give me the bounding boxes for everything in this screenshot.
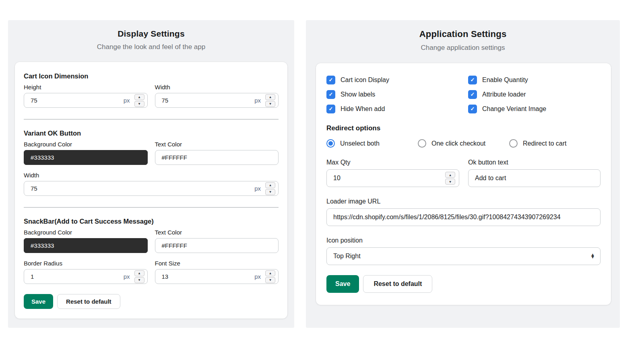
- snackbar-heading: SnackBar(Add to Cart Success Message): [24, 218, 279, 225]
- stepper-up-icon[interactable]: ▲: [265, 94, 275, 100]
- radio-unselected-icon[interactable]: [418, 139, 426, 148]
- px-unit-label: px: [254, 97, 261, 104]
- max-qty-input[interactable]: 10 ▲ ▼: [326, 169, 459, 187]
- stepper-down-icon[interactable]: ▼: [134, 101, 144, 107]
- reset-to-default-button[interactable]: Reset to default: [57, 294, 120, 309]
- variant-text-color-input[interactable]: #FFFFFF: [155, 150, 279, 165]
- application-settings-card: ✓ Cart icon Display ✓ Enable Quantity ✓ …: [316, 63, 611, 305]
- width-label: Width: [155, 84, 279, 90]
- redirect-options-heading: Redirect options: [326, 124, 601, 132]
- loader-image-url-input[interactable]: https://cdn.shopify.com/s/files/1/2086/8…: [326, 208, 601, 226]
- snackbar-text-color-label: Text Color: [155, 229, 279, 236]
- stepper-down-icon[interactable]: ▼: [134, 277, 144, 283]
- reset-to-default-button[interactable]: Reset to default: [363, 275, 432, 293]
- radio-label: One click checkout: [431, 140, 485, 147]
- stepper-down-icon[interactable]: ▼: [445, 179, 455, 185]
- checkbox-checked-icon[interactable]: ✓: [468, 105, 477, 113]
- variant-background-color-value: #333333: [31, 154, 144, 161]
- font-size-value: 13: [162, 273, 255, 280]
- display-settings-panel: Display Settings Change the look and fee…: [8, 20, 294, 328]
- redirect-options-group: Unselect both One click checkout Redirec…: [326, 139, 601, 148]
- border-radius-input[interactable]: 1 px ▲ ▼: [24, 269, 148, 284]
- checkbox-enable-quantity[interactable]: ✓ Enable Quantity: [468, 75, 601, 84]
- px-unit-label: px: [124, 273, 130, 280]
- radio-one-click-checkout[interactable]: One click checkout: [418, 139, 509, 148]
- loader-image-url-label: Loader image URL: [326, 198, 601, 205]
- checkbox-label: Attribute loader: [482, 91, 526, 98]
- checkbox-change-veriant-image[interactable]: ✓ Change Veriant Image: [468, 104, 601, 113]
- checkbox-checked-icon[interactable]: ✓: [326, 90, 335, 99]
- radio-unselected-icon[interactable]: [509, 139, 518, 148]
- section-divider: [24, 207, 279, 208]
- checkbox-show-labels[interactable]: ✓ Show labels: [326, 90, 468, 99]
- cart-icon-dimension-heading: Cart Icon Dimension: [24, 72, 279, 80]
- page-title: Display Settings: [8, 29, 294, 39]
- checkbox-cart-icon-display[interactable]: ✓ Cart icon Display: [326, 75, 468, 84]
- max-qty-value: 10: [333, 175, 445, 182]
- background-color-label: Background Color: [24, 141, 148, 148]
- border-radius-label: Border Radius: [24, 260, 148, 267]
- snackbar-background-color-input[interactable]: #333333: [24, 238, 148, 253]
- checkbox-checked-icon[interactable]: ✓: [468, 76, 477, 84]
- save-button[interactable]: Save: [326, 275, 359, 293]
- section-divider: [24, 119, 279, 119]
- stepper-down-icon[interactable]: ▼: [265, 101, 275, 107]
- checkbox-checked-icon[interactable]: ✓: [326, 76, 335, 84]
- stepper-up-icon[interactable]: ▲: [445, 172, 455, 178]
- ok-button-text-input[interactable]: Add to cart: [468, 169, 601, 187]
- radio-selected-icon[interactable]: [326, 139, 335, 148]
- radio-label: Unselect both: [340, 140, 380, 147]
- text-color-label: Text Color: [155, 141, 279, 148]
- icon-position-value: Top Right: [333, 253, 361, 260]
- height-label: Height: [24, 84, 148, 90]
- checkbox-hide-when-add[interactable]: ✓ Hide When add: [326, 104, 468, 113]
- radio-label: Redirect to cart: [523, 140, 566, 147]
- ok-button-text-value: Add to cart: [475, 175, 506, 182]
- stepper-down-icon[interactable]: ▼: [265, 277, 275, 283]
- feature-checkbox-grid: ✓ Cart icon Display ✓ Enable Quantity ✓ …: [326, 75, 601, 113]
- font-size-input[interactable]: 13 px ▲ ▼: [155, 269, 279, 284]
- stepper-up-icon[interactable]: ▲: [134, 94, 144, 100]
- select-arrows-icon: ▲▼: [591, 254, 594, 258]
- display-settings-card: Cart Icon Dimension Height 75 px ▲ ▼ Wid…: [15, 62, 287, 319]
- checkbox-label: Show labels: [341, 91, 375, 98]
- px-unit-label: px: [254, 273, 261, 280]
- checkbox-label: Change Veriant Image: [482, 105, 546, 113]
- px-unit-label: px: [124, 97, 130, 104]
- checkbox-attribute-loader[interactable]: ✓ Attribute loader: [468, 90, 601, 99]
- stepper-up-icon[interactable]: ▲: [134, 270, 144, 276]
- cart-icon-height-input[interactable]: 75 px ▲ ▼: [24, 93, 148, 108]
- stepper-down-icon[interactable]: ▼: [265, 189, 275, 195]
- loader-image-url-value: https://cdn.shopify.com/s/files/1/2086/8…: [333, 214, 561, 221]
- cart-icon-width-input[interactable]: 75 px ▲ ▼: [155, 93, 279, 108]
- snackbar-text-color-value: #FFFFFF: [162, 242, 276, 249]
- ok-button-text-label: Ok button text: [468, 159, 601, 166]
- radio-unselect-both[interactable]: Unselect both: [326, 139, 418, 148]
- stepper-up-icon[interactable]: ▲: [265, 270, 275, 276]
- variant-text-color-value: #FFFFFF: [162, 154, 276, 161]
- stepper-up-icon[interactable]: ▲: [265, 182, 275, 188]
- icon-position-select[interactable]: Top Right ▲▼: [326, 247, 601, 265]
- checkbox-checked-icon[interactable]: ✓: [468, 90, 477, 99]
- save-button[interactable]: Save: [24, 294, 53, 309]
- variant-width-input[interactable]: 75 px ▲ ▼: [24, 181, 279, 196]
- application-settings-panel: Application Settings Change application …: [306, 20, 620, 328]
- checkbox-label: Cart icon Display: [341, 76, 389, 84]
- font-size-label: Font Size: [155, 260, 279, 267]
- checkbox-label: Enable Quantity: [482, 76, 528, 84]
- snackbar-text-color-input[interactable]: #FFFFFF: [155, 238, 279, 253]
- icon-position-label: Icon position: [326, 237, 601, 244]
- variant-width-label: Width: [24, 172, 279, 179]
- application-settings-header: Application Settings Change application …: [306, 20, 620, 52]
- cart-icon-height-value: 75: [31, 97, 124, 104]
- snackbar-background-color-label: Background Color: [24, 229, 148, 236]
- snackbar-background-color-value: #333333: [31, 242, 144, 249]
- page-title: Application Settings: [306, 29, 620, 39]
- checkbox-checked-icon[interactable]: ✓: [326, 105, 335, 113]
- max-qty-label: Max Qty: [326, 159, 459, 166]
- variant-ok-button-heading: Variant OK Button: [24, 130, 279, 137]
- variant-width-value: 75: [31, 185, 254, 192]
- variant-background-color-input[interactable]: #333333: [24, 150, 148, 165]
- border-radius-value: 1: [31, 273, 124, 280]
- radio-redirect-to-cart[interactable]: Redirect to cart: [509, 139, 601, 148]
